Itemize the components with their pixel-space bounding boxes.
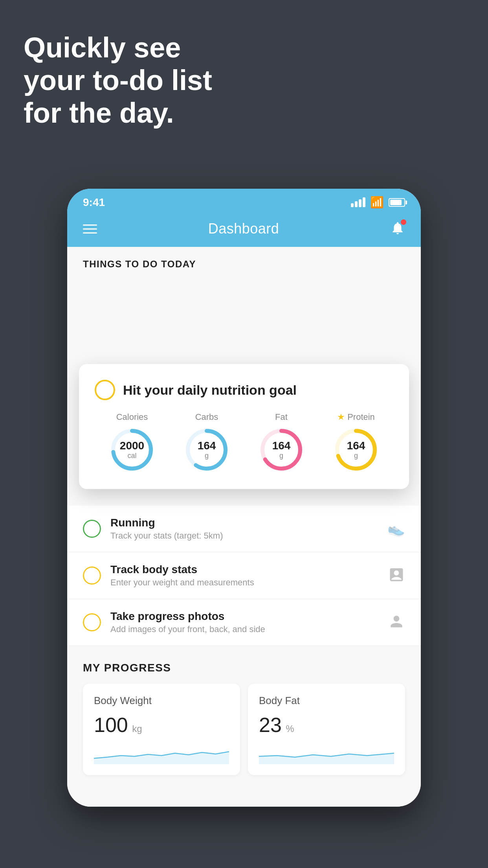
body-weight-unit: kg: [132, 723, 142, 734]
photos-circle: [83, 613, 101, 631]
things-to-do-title: THINGS TO DO TODAY: [67, 247, 421, 278]
signal-icon: [351, 197, 365, 207]
notification-dot: [401, 219, 406, 225]
wifi-icon: 📶: [370, 196, 384, 209]
nutrition-protein: ★ Protein 164 g: [332, 412, 380, 473]
body-stats-subtitle: Enter your weight and measurements: [110, 577, 378, 588]
body-stats-title: Track body stats: [110, 563, 378, 576]
shoe-icon: 👟: [387, 520, 405, 537]
todo-circle-nutrition: [95, 380, 115, 400]
nav-bar: Dashboard: [67, 213, 421, 247]
time-display: 9:41: [83, 196, 105, 209]
calories-label: Calories: [116, 412, 148, 422]
body-weight-value: 100: [94, 714, 128, 736]
notification-bell-button[interactable]: [390, 221, 405, 237]
status-bar: 9:41 📶: [67, 189, 421, 213]
body-stats-text: Track body stats Enter your weight and m…: [110, 563, 378, 588]
phone-frame: 9:41 📶 Dashboard: [67, 189, 421, 807]
body-fat-card[interactable]: Body Fat 23 %: [248, 684, 405, 775]
body-fat-label: Body Fat: [259, 695, 394, 707]
body-fat-value: 23: [259, 714, 282, 736]
photos-text: Take progress photos Add images of your …: [110, 610, 378, 634]
running-subtitle: Track your stats (target: 5km): [110, 531, 378, 541]
running-circle: [83, 520, 101, 538]
carbs-donut: 164 g: [183, 426, 230, 473]
todo-item-running[interactable]: Running Track your stats (target: 5km) 👟: [67, 506, 421, 552]
nutrition-carbs: Carbs 164 g: [183, 412, 230, 473]
running-text: Running Track your stats (target: 5km): [110, 517, 378, 541]
carbs-label: Carbs: [195, 412, 218, 422]
progress-section: MY PROGRESS Body Weight 100 kg: [67, 646, 421, 791]
person-icon: [388, 613, 405, 632]
status-icons: 📶: [351, 196, 405, 209]
nutrition-row: Calories 2000 cal: [95, 412, 393, 473]
progress-title: MY PROGRESS: [83, 662, 405, 674]
body-fat-chart: [259, 745, 394, 764]
todo-list: Running Track your stats (target: 5km) 👟…: [67, 506, 421, 646]
body-weight-card[interactable]: Body Weight 100 kg: [83, 684, 240, 775]
body-weight-label: Body Weight: [94, 695, 229, 707]
body-weight-chart: [94, 745, 229, 764]
progress-cards: Body Weight 100 kg Body Fat: [83, 684, 405, 775]
svg-marker-8: [94, 752, 229, 764]
protein-donut: 164 g: [332, 426, 380, 473]
calories-donut: 2000 cal: [108, 426, 156, 473]
menu-button[interactable]: [83, 224, 97, 234]
photos-subtitle: Add images of your front, back, and side: [110, 624, 378, 634]
protein-label: ★ Protein: [337, 412, 375, 422]
body-fat-unit: %: [286, 723, 294, 734]
body-stats-circle: [83, 566, 101, 585]
fat-donut: 164 g: [258, 426, 305, 473]
nav-title: Dashboard: [208, 221, 279, 237]
nutrition-calories: Calories 2000 cal: [108, 412, 156, 473]
star-icon: ★: [337, 412, 345, 422]
todo-item-photos[interactable]: Take progress photos Add images of your …: [67, 599, 421, 646]
scale-icon: [388, 566, 405, 585]
nutrition-card: Hit your daily nutrition goal Calories: [79, 364, 409, 489]
hero-title: Quickly see your to-do list for the day.: [24, 31, 212, 129]
app-content: THINGS TO DO TODAY Hit your daily nutrit…: [67, 247, 421, 807]
nutrition-fat: Fat 164 g: [258, 412, 305, 473]
battery-icon: [389, 198, 405, 207]
running-title: Running: [110, 517, 378, 529]
todo-item-body-stats[interactable]: Track body stats Enter your weight and m…: [67, 552, 421, 599]
fat-label: Fat: [275, 412, 288, 422]
nutrition-card-title: Hit your daily nutrition goal: [123, 383, 297, 398]
photos-title: Take progress photos: [110, 610, 378, 623]
